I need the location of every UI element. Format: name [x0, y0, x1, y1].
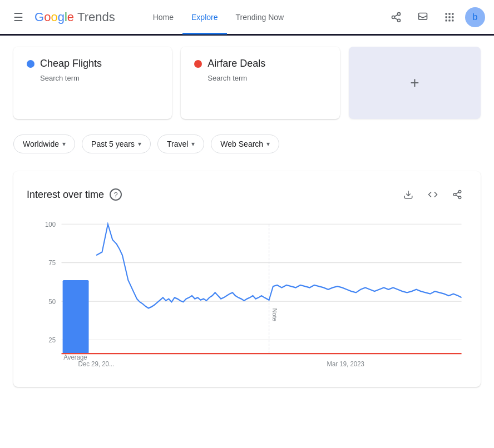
filter-travel-label: Travel	[167, 140, 188, 148]
svg-line-20	[456, 192, 458, 194]
svg-point-1	[392, 16, 395, 18]
chart-actions	[398, 185, 467, 205]
logo-e: e	[67, 10, 74, 24]
svg-rect-14	[452, 19, 453, 21]
card-type-1: Search term	[27, 74, 159, 82]
svg-text:75: 75	[48, 259, 56, 267]
nav-right: b	[385, 6, 485, 28]
help-icon[interactable]: ?	[110, 188, 122, 201]
filter-worldwide-label: Worldwide	[23, 140, 59, 148]
filter-past5years-label: Past 5 years	[91, 140, 135, 148]
svg-line-19	[456, 195, 458, 197]
logo-o2: o	[51, 10, 57, 24]
main-content: Cheap Flights Search term Airfare Deals …	[0, 36, 494, 411]
card-type-2: Search term	[194, 74, 326, 82]
logo-o1: o	[44, 10, 51, 24]
search-card-1: Cheap Flights Search term	[13, 47, 172, 119]
logo-g: G	[34, 10, 44, 24]
add-icon: +	[410, 74, 419, 92]
card-header-2: Airfare Deals	[194, 58, 326, 69]
svg-line-4	[394, 14, 398, 16]
nav-trending[interactable]: Trending Now	[227, 2, 293, 34]
filter-websearch-label: Web Search	[220, 140, 263, 148]
logo-trends: Trends	[77, 10, 115, 24]
svg-line-3	[394, 18, 398, 19]
chart-header: Interest over time ?	[27, 185, 467, 205]
chart-section: Interest over time ?	[13, 171, 481, 387]
card-term-1: Cheap Flights	[40, 58, 102, 69]
chart-title-row: Interest over time ?	[27, 188, 122, 201]
chart-container: 100 75 50 25 Average Note Dec 29, 20... …	[27, 218, 467, 374]
avatar[interactable]: b	[465, 7, 485, 27]
chevron-down-icon-category: ▾	[191, 140, 195, 148]
card-header-1: Cheap Flights	[27, 58, 159, 69]
svg-text:100: 100	[45, 220, 56, 228]
svg-rect-6	[446, 13, 447, 14]
svg-point-2	[398, 19, 401, 22]
svg-point-16	[458, 191, 461, 193]
svg-rect-13	[448, 19, 450, 21]
svg-rect-29	[63, 280, 89, 354]
card-term-2: Airfare Deals	[208, 58, 265, 69]
logo-g2: g	[58, 10, 65, 24]
filter-websearch[interactable]: Web Search ▾	[211, 135, 279, 153]
filter-worldwide[interactable]: Worldwide ▾	[13, 135, 75, 153]
dot-red-2	[194, 60, 202, 68]
nav-explore[interactable]: Explore	[182, 2, 226, 34]
filter-travel[interactable]: Travel ▾	[157, 135, 204, 153]
chart-title: Interest over time	[27, 189, 104, 201]
chevron-down-icon-search: ▾	[266, 140, 270, 148]
svg-rect-8	[452, 13, 453, 14]
svg-text:Note: Note	[271, 308, 278, 321]
svg-text:Dec 29, 20...: Dec 29, 20...	[78, 360, 115, 367]
download-button[interactable]	[398, 185, 418, 205]
apps-button[interactable]	[438, 6, 461, 28]
nav-home[interactable]: Home	[144, 2, 182, 34]
svg-point-17	[453, 193, 456, 196]
svg-rect-10	[448, 16, 450, 18]
svg-rect-7	[448, 13, 450, 14]
feedback-button[interactable]	[412, 6, 434, 28]
svg-rect-9	[446, 16, 447, 18]
main-nav: Home Explore Trending Now	[144, 2, 293, 33]
dot-blue-1	[27, 60, 34, 68]
search-card-2: Airfare Deals Search term	[181, 47, 339, 119]
chart-svg: 100 75 50 25 Average Note Dec 29, 20... …	[27, 218, 467, 374]
svg-text:25: 25	[48, 336, 56, 344]
filter-past5years[interactable]: Past 5 years ▾	[82, 135, 151, 153]
filter-row: Worldwide ▾ Past 5 years ▾ Travel ▾ Web …	[13, 130, 481, 158]
top-bar: ☰ Google Trends Home Explore Trending No…	[0, 0, 494, 36]
svg-point-18	[458, 196, 461, 199]
search-cards-row: Cheap Flights Search term Airfare Deals …	[13, 47, 481, 119]
svg-rect-11	[452, 16, 453, 18]
svg-text:Mar 19, 2023: Mar 19, 2023	[327, 360, 364, 367]
chevron-down-icon-years: ▾	[138, 140, 141, 148]
svg-rect-12	[446, 19, 447, 21]
logo: Google Trends	[34, 10, 115, 24]
top-bar-left: ☰ Google Trends Home Explore Trending No…	[9, 2, 293, 33]
embed-button[interactable]	[423, 185, 443, 205]
share-chart-button[interactable]	[447, 185, 467, 205]
share-button[interactable]	[385, 6, 407, 28]
hamburger-icon[interactable]: ☰	[9, 6, 28, 28]
svg-text:50: 50	[48, 297, 56, 305]
chevron-down-icon-worldwide: ▾	[62, 140, 66, 148]
add-search-card[interactable]: +	[349, 47, 481, 119]
svg-point-0	[398, 12, 401, 15]
